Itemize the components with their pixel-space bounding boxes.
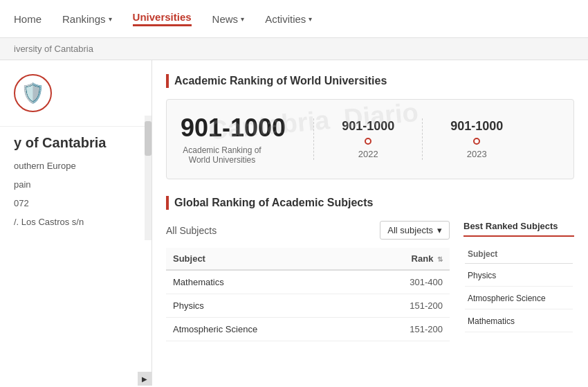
- side-subject-cell: Atmospheric Science: [465, 288, 573, 309]
- filter-select[interactable]: All subjects ▾: [380, 221, 450, 240]
- side-subject-cell: Mathematics: [465, 311, 573, 332]
- rank-2023-value: 901-1000: [450, 119, 503, 134]
- rank-year-2023: 901-1000 2023: [450, 119, 503, 159]
- sidebar: 🛡️ y of Cantabria outhern Europe pain 07…: [0, 60, 152, 386]
- table-row: Mathematics 301-400: [166, 270, 450, 294]
- rank-2023-year: 2023: [450, 149, 503, 159]
- scroll-down-button[interactable]: ▶: [138, 372, 151, 386]
- nav-universities[interactable]: Universities: [133, 11, 192, 26]
- rank-year-2022: 901-1000 2022: [342, 119, 394, 159]
- list-item: Mathematics: [465, 311, 573, 332]
- breadcrumb-text: iversity of Cantabria: [14, 44, 93, 54]
- table-row: Physics 151-200: [166, 294, 450, 318]
- subjects-table: Subject Rank ⇅ Mathematics 301-400: [166, 248, 450, 341]
- navigation: Home Rankings ▾ Universities News ▾ Acti…: [0, 0, 588, 38]
- rank-2022-value: 901-1000: [342, 119, 394, 134]
- rank-cell: 151-200: [358, 294, 450, 318]
- side-subject-cell: Physics: [465, 265, 573, 287]
- rank-cell: 301-400: [358, 270, 450, 294]
- list-item: Atmospheric Science: [465, 288, 573, 309]
- side-table-header: Subject: [465, 245, 573, 264]
- sidebar-region: outhern Europe: [0, 156, 151, 175]
- rank-divider: [313, 118, 314, 160]
- chevron-down-icon: ▾: [309, 15, 312, 23]
- side-panel-table: Subject Physics Atmospheric Science Math…: [463, 244, 574, 334]
- nav-universities-label: Universities: [133, 11, 192, 23]
- rank-dot-icon: [365, 138, 371, 145]
- col-rank-header: Rank ⇅: [358, 248, 450, 270]
- nav-news[interactable]: News ▾: [212, 13, 245, 25]
- chevron-down-icon: ▾: [437, 225, 442, 235]
- sidebar-address: /. Los Castros s/n: [0, 213, 151, 231]
- subject-cell: Mathematics: [166, 270, 358, 294]
- sidebar-logo: 🛡️: [0, 60, 151, 127]
- filter-select-value: All subjects: [387, 225, 433, 235]
- section-bar-icon: [166, 74, 169, 88]
- subjects-section: All Subjects All subjects ▾ Subject Rank…: [166, 221, 574, 341]
- subjects-header: Global Ranking of Academic Subjects: [166, 196, 574, 210]
- col-subject-header: Subject: [166, 248, 358, 270]
- logo-icon: 🛡️: [21, 82, 45, 105]
- table-row: Atmospheric Science 151-200: [166, 318, 450, 341]
- table-header-row: Subject Rank ⇅: [166, 248, 450, 270]
- nav-activities-label: Activities: [265, 13, 306, 25]
- main-rank-value: 901-1000: [181, 114, 286, 143]
- main-rank-label: Academic Ranking of World Universities: [181, 145, 264, 165]
- subject-cell: Physics: [166, 294, 358, 318]
- nav-news-label: News: [212, 13, 239, 25]
- subject-cell: Atmospheric Science: [166, 318, 358, 341]
- rank-2022-year: 2022: [342, 149, 394, 159]
- rank-cell: 151-200: [358, 318, 450, 341]
- academic-ranking-header: Academic Ranking of World Universities: [166, 74, 574, 88]
- chevron-down-icon: ▾: [109, 15, 112, 23]
- main-layout: 🛡️ y of Cantabria outhern Europe pain 07…: [0, 60, 588, 386]
- academic-ranking-title: Academic Ranking of World Universities: [174, 75, 387, 87]
- nav-rankings[interactable]: Rankings ▾: [62, 13, 112, 25]
- chevron-down-icon: ▾: [241, 15, 244, 23]
- sidebar-country: pain: [0, 175, 151, 194]
- rank-divider-2: [422, 118, 423, 160]
- section-bar-2-icon: [166, 196, 169, 210]
- side-col-subject: Subject: [465, 245, 573, 264]
- filter-row: All Subjects All subjects ▾: [166, 221, 450, 240]
- filter-label: All Subjects: [166, 225, 217, 236]
- main-content: Academic Ranking of World Universities C…: [152, 60, 588, 386]
- sort-icon: ⇅: [437, 255, 443, 263]
- nav-activities[interactable]: Activities ▾: [265, 13, 312, 25]
- list-item: Physics: [465, 265, 573, 287]
- ranking-card: Cantabria Diario 901-1000 Academic Ranki…: [166, 99, 574, 179]
- side-panel-title: Best Ranked Subjects: [463, 221, 574, 237]
- nav-home-label: Home: [14, 13, 42, 25]
- main-rank-block: 901-1000 Academic Ranking of World Unive…: [181, 114, 286, 165]
- breadcrumb: iversity of Cantabria: [0, 38, 588, 60]
- university-logo: 🛡️: [14, 74, 52, 112]
- nav-rankings-label: Rankings: [62, 13, 106, 25]
- side-panel: Best Ranked Subjects Subject Physics Atm…: [463, 221, 574, 341]
- nav-home[interactable]: Home: [14, 13, 42, 25]
- subjects-main: All Subjects All subjects ▾ Subject Rank…: [166, 221, 450, 341]
- rank-dot-2-icon: [473, 138, 480, 145]
- subjects-title: Global Ranking of Academic Subjects: [174, 197, 373, 209]
- sidebar-title: y of Cantabria: [0, 127, 151, 156]
- sidebar-code: 072: [0, 194, 151, 213]
